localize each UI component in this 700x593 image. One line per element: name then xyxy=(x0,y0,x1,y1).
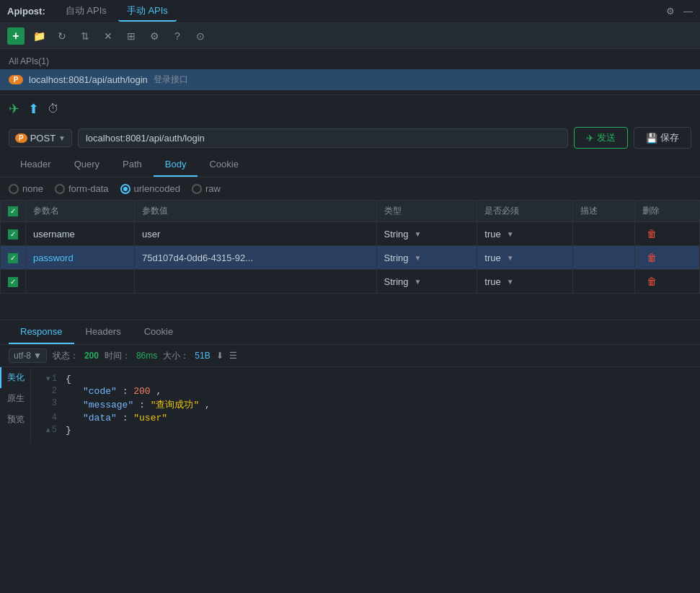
settings-button[interactable]: ⚙ xyxy=(146,27,163,45)
table-row: username user String ▼ true ▼ 🗑 xyxy=(1,222,700,246)
code-view: ▼ 1 { 2 "code" : 200 , xyxy=(31,367,700,442)
encoding-value: utf-8 xyxy=(14,351,31,361)
row3-checkbox[interactable] xyxy=(8,277,18,287)
radio-none[interactable]: none xyxy=(9,183,43,194)
row3-delete-button[interactable]: 🗑 xyxy=(642,274,661,289)
row2-required-val: true xyxy=(484,252,500,263)
fold-arrow-5[interactable]: ▲ xyxy=(46,426,50,434)
tab-body[interactable]: Body xyxy=(154,153,198,177)
row2-param-value[interactable]: 75d107d4-0dd6-4315-92... xyxy=(135,246,376,270)
url-input[interactable] xyxy=(78,128,568,148)
title-tabs: 自动 APIs 手动 APIs xyxy=(57,1,177,22)
folder-button[interactable]: 📁 xyxy=(30,27,48,45)
minimize-icon[interactable]: — xyxy=(683,6,693,17)
save-button[interactable]: 💾 保存 xyxy=(634,127,691,149)
radio-form-data-circle xyxy=(55,184,65,194)
help-button[interactable]: ? xyxy=(169,27,186,45)
url-bar: P POST ▼ ✈ 发送 💾 保存 xyxy=(0,123,700,153)
line-num-1: 1 xyxy=(52,374,57,384)
row1-type-arrow: ▼ xyxy=(415,230,422,238)
resp-tab-headers[interactable]: Headers xyxy=(74,320,133,344)
row2-desc[interactable] xyxy=(572,246,634,270)
extra-button[interactable]: ⊙ xyxy=(192,27,209,45)
upload-icon[interactable]: ⬆ xyxy=(28,101,39,117)
line-gutter-5: ▲ 5 xyxy=(31,425,60,435)
radio-urlencoded-label: urlencoded xyxy=(134,183,180,194)
radio-form-data[interactable]: form-data xyxy=(55,183,109,194)
line-num-4: 4 xyxy=(52,413,57,423)
download-icon[interactable]: ⬇ xyxy=(216,351,223,361)
tabs-bar: Header Query Path Body Cookie xyxy=(0,153,700,177)
fold-arrow-1[interactable]: ▼ xyxy=(46,375,50,383)
view-btn-raw[interactable]: 原生 xyxy=(0,388,30,409)
action-bar: ✈ ⬆ ⏱ xyxy=(0,95,700,123)
row1-type[interactable]: String ▼ xyxy=(376,222,477,246)
row2-type[interactable]: String ▼ xyxy=(376,246,477,270)
line-gutter-1: ▼ 1 xyxy=(31,374,60,384)
radio-raw-circle xyxy=(192,184,202,194)
code-line-4: 4 "data" : "user" xyxy=(31,412,700,424)
tab-manual-apis[interactable]: 手动 APIs xyxy=(118,1,177,22)
brace-close: } xyxy=(66,425,71,436)
radio-urlencoded-circle xyxy=(120,184,130,194)
row3-param-value[interactable] xyxy=(135,270,376,294)
sort-button[interactable]: ⇅ xyxy=(76,27,94,45)
view-btn-beautify[interactable]: 美化 xyxy=(0,367,30,388)
format-icon[interactable]: ☰ xyxy=(229,351,237,361)
row3-param-name[interactable] xyxy=(26,270,135,294)
resp-tab-response[interactable]: Response xyxy=(9,320,74,344)
code-colon-1: : xyxy=(123,386,134,397)
row1-delete-button[interactable]: 🗑 xyxy=(642,227,661,241)
row3-required[interactable]: true ▼ xyxy=(477,270,572,294)
tab-auto-apis[interactable]: 自动 APIs xyxy=(57,1,115,22)
tab-header[interactable]: Header xyxy=(9,153,63,177)
radio-none-label: none xyxy=(22,183,43,194)
status-bar: utf-8 ▼ 状态： 200 时间： 86ms 大小： 51B ⬇ ☰ xyxy=(0,345,700,367)
layout-button[interactable]: ⊞ xyxy=(123,27,140,45)
row2-required-arrow: ▼ xyxy=(507,254,514,262)
refresh-button[interactable]: ↻ xyxy=(53,27,71,45)
row1-required-arrow: ▼ xyxy=(507,230,514,238)
api-list-item[interactable]: P localhost:8081/api/auth/login 登录接口 xyxy=(0,69,700,90)
radio-none-circle xyxy=(9,184,19,194)
send-icon-btn: ✈ xyxy=(586,133,594,144)
row3-delete-cell: 🗑 xyxy=(634,270,699,294)
row2-required[interactable]: true ▼ xyxy=(477,246,572,270)
row3-desc[interactable] xyxy=(572,270,634,294)
line-num-2: 2 xyxy=(52,386,57,396)
th-required: 是否必须 xyxy=(477,201,572,222)
add-button[interactable]: + xyxy=(7,27,25,45)
tab-path[interactable]: Path xyxy=(111,153,154,177)
row1-desc[interactable] xyxy=(572,222,634,246)
encoding-select[interactable]: utf-8 ▼ xyxy=(9,348,47,363)
settings-icon[interactable]: ⚙ xyxy=(666,6,675,17)
resp-tab-cookie[interactable]: Cookie xyxy=(133,320,185,344)
code-content-5: } xyxy=(60,425,71,436)
row1-param-value[interactable]: user xyxy=(135,222,376,246)
tab-cookie[interactable]: Cookie xyxy=(198,153,249,177)
radio-urlencoded[interactable]: urlencoded xyxy=(120,183,180,194)
code-val-200: 200 xyxy=(133,386,150,397)
code-val-message: "查询成功" xyxy=(151,400,200,410)
row2-checkbox[interactable] xyxy=(8,253,18,263)
row1-required[interactable]: true ▼ xyxy=(477,222,572,246)
code-content-4: "data" : "user" xyxy=(60,413,167,423)
history-icon[interactable]: ⏱ xyxy=(48,102,59,115)
row3-type[interactable]: String ▼ xyxy=(376,270,477,294)
send-icon[interactable]: ✈ xyxy=(9,101,19,117)
radio-raw[interactable]: raw xyxy=(192,183,221,194)
row1-checkbox[interactable] xyxy=(8,229,18,240)
close-button[interactable]: ✕ xyxy=(99,27,117,45)
code-colon-3: : xyxy=(123,413,134,423)
row1-param-name[interactable]: username xyxy=(26,222,135,246)
send-button[interactable]: ✈ 发送 xyxy=(574,127,628,149)
row2-delete-button[interactable]: 🗑 xyxy=(642,250,661,265)
radio-form-data-label: form-data xyxy=(68,183,109,194)
row2-param-name[interactable]: password xyxy=(26,246,135,270)
method-select[interactable]: P POST ▼ xyxy=(9,129,72,147)
header-checkbox[interactable] xyxy=(8,206,18,216)
tab-query[interactable]: Query xyxy=(63,153,111,177)
row1-checkbox-cell xyxy=(1,222,26,246)
line-num-3: 3 xyxy=(52,398,57,408)
view-btn-preview[interactable]: 预览 xyxy=(0,409,30,430)
